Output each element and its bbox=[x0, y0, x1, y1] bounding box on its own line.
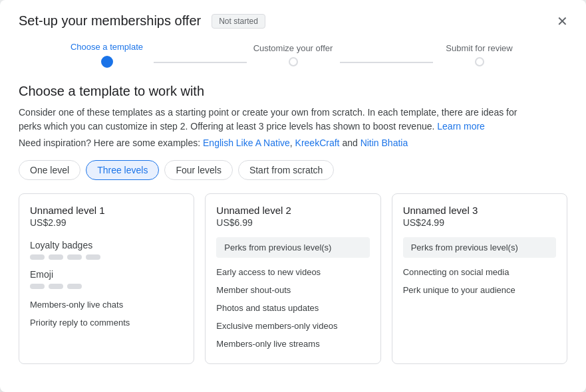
inspiration-link-0[interactable]: English Like A Native bbox=[203, 138, 290, 148]
section-title: Choose a template to work with bbox=[19, 84, 567, 99]
card-2-perk-5: Members-only live streams bbox=[216, 335, 369, 353]
modal: Set-up your memberships offer Not starte… bbox=[0, 0, 586, 392]
card-2-perk-1: Early access to new videos bbox=[216, 263, 369, 281]
tab-one-level[interactable]: One level bbox=[19, 160, 80, 180]
tab-four-levels[interactable]: Four levels bbox=[164, 160, 232, 180]
card-3-price: US$24.99 bbox=[403, 217, 556, 228]
status-badge: Not started bbox=[212, 14, 265, 29]
description-text: Consider one of these templates as a sta… bbox=[19, 106, 537, 134]
card-2-title: Unnamed level 2 bbox=[216, 205, 369, 216]
modal-content: Choose a template to work with Consider … bbox=[0, 68, 586, 392]
dot bbox=[86, 254, 100, 260]
dot bbox=[30, 284, 45, 289]
step-choose-label: Choose a template bbox=[71, 42, 143, 52]
card-1-title: Unnamed level 1 bbox=[30, 205, 183, 216]
stepper: Choose a template Customize your offer S… bbox=[0, 29, 586, 68]
dot bbox=[30, 254, 45, 260]
card-1-price: US$2.99 bbox=[30, 217, 183, 228]
card-level-2: Unnamed level 2 US$6.99 Perks from previ… bbox=[205, 193, 380, 364]
dot bbox=[67, 254, 82, 260]
card-level-1: Unnamed level 1 US$2.99 Loyalty badges E… bbox=[19, 193, 194, 364]
inspiration-text: Need inspiration? Here are some examples… bbox=[19, 138, 567, 148]
inspiration-link-1[interactable]: KreekCraft bbox=[295, 138, 340, 148]
card-3-perk-1: Connecting on social media bbox=[403, 263, 556, 281]
card-1-section-loyalty: Loyalty badges bbox=[30, 240, 183, 250]
step-customize-circle bbox=[289, 57, 298, 66]
card-2-perk-4: Exclusive members-only videos bbox=[216, 317, 369, 335]
card-2-highlight: Perks from previous level(s) bbox=[216, 237, 369, 258]
tab-start-from-scratch[interactable]: Start from scratch bbox=[238, 160, 334, 180]
card-level-3: Unnamed level 3 US$24.99 Perks from prev… bbox=[392, 193, 567, 364]
card-2-price: US$6.99 bbox=[216, 217, 369, 228]
dot bbox=[49, 254, 63, 260]
dot bbox=[49, 284, 63, 289]
card-1-perk-2: Priority reply to comments bbox=[30, 314, 183, 332]
learn-more-link[interactable]: Learn more bbox=[437, 121, 485, 132]
step-line-1 bbox=[154, 62, 247, 63]
inspiration-conjunction: and bbox=[342, 138, 360, 148]
step-submit-label: Submit for review bbox=[446, 43, 512, 53]
close-icon: ✕ bbox=[557, 13, 568, 29]
step-choose: Choose a template bbox=[61, 42, 154, 68]
card-1-section-emoji: Emoji bbox=[30, 269, 183, 280]
tab-three-levels[interactable]: Three levels bbox=[86, 160, 159, 180]
modal-title: Set-up your memberships offer bbox=[19, 13, 201, 29]
step-submit-circle bbox=[475, 57, 484, 66]
step-customize: Customize your offer bbox=[247, 43, 340, 66]
card-1-emoji-dots bbox=[30, 284, 183, 289]
card-3-title: Unnamed level 3 bbox=[403, 205, 556, 216]
dot bbox=[67, 284, 82, 289]
template-tabs: One level Three levels Four levels Start… bbox=[19, 160, 567, 180]
step-submit: Submit for review bbox=[433, 43, 526, 66]
inspiration-link-2[interactable]: Nitin Bhatia bbox=[361, 138, 408, 148]
step-customize-label: Customize your offer bbox=[253, 43, 333, 53]
card-2-perk-2: Member shout-outs bbox=[216, 281, 369, 299]
step-choose-circle bbox=[101, 56, 113, 68]
card-2-perk-3: Photos and status updates bbox=[216, 299, 369, 317]
cards-container: Unnamed level 1 US$2.99 Loyalty badges E… bbox=[19, 193, 567, 364]
modal-header: Set-up your memberships offer Not starte… bbox=[0, 0, 586, 29]
card-1-loyalty-dots bbox=[30, 254, 183, 260]
inspiration-prefix: Need inspiration? Here are some examples… bbox=[19, 138, 200, 148]
card-3-highlight: Perks from previous level(s) bbox=[403, 237, 556, 258]
card-3-perk-2: Perk unique to your audience bbox=[403, 281, 556, 299]
step-line-2 bbox=[340, 62, 433, 63]
card-1-perk-1: Members-only live chats bbox=[30, 296, 183, 314]
